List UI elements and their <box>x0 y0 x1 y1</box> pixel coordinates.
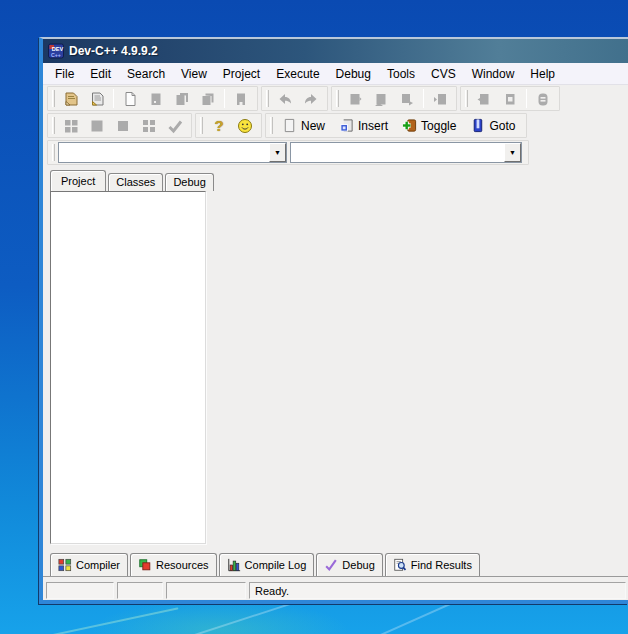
titlebar[interactable]: DEV C++ Dev-C++ 4.9.9.2 <box>43 39 628 63</box>
dev-cpp-logo-icon[interactable]: DEV C++ <box>48 43 64 59</box>
toolbar-gripper[interactable] <box>52 144 55 161</box>
menu-item-edit[interactable]: Edit <box>82 64 119 84</box>
save-as-button <box>169 87 195 110</box>
close-button <box>228 87 254 110</box>
help-button[interactable]: ? <box>206 114 232 137</box>
new-source-button[interactable] <box>117 87 143 110</box>
member-combo[interactable]: ▼ <box>290 142 522 163</box>
goto-bookmark-icon <box>470 118 485 133</box>
left-tab-bar: Project Classes Debug <box>50 170 628 191</box>
tab-compile-log[interactable]: Compile Log <box>219 553 315 576</box>
toolbar-band-help: ? <box>195 113 262 138</box>
member-combo-dropdown-button[interactable]: ▼ <box>504 143 521 162</box>
save-all-button <box>195 87 221 110</box>
menu-item-execute[interactable]: Execute <box>268 64 327 84</box>
open-project-icon <box>89 91 105 107</box>
specials-new-label: New <box>301 119 325 133</box>
delete-profiling-icon <box>535 91 551 107</box>
compile-button <box>342 87 368 110</box>
new-unit-button <box>58 114 84 137</box>
toolbar-band-goto: New Insert <box>265 113 527 138</box>
toolbar-band-compile <box>331 86 457 111</box>
tab-debug-report-label: Debug <box>342 559 374 571</box>
open-project-button[interactable] <box>84 87 110 110</box>
class-combo-dropdown-button[interactable]: ▼ <box>269 143 286 162</box>
class-combo[interactable]: ▼ <box>58 142 287 163</box>
tab-debug-report[interactable]: Debug <box>316 553 382 576</box>
toolbar-band-debug <box>460 86 560 111</box>
rebuild-icon <box>432 91 448 107</box>
devcpp-window: DEV C++ Dev-C++ 4.9.9.2 File Edit Search… <box>39 37 628 604</box>
run-button <box>368 87 394 110</box>
delete-profiling-button <box>530 87 556 110</box>
tab-compile-log-label: Compile Log <box>245 559 307 571</box>
class-combo-input[interactable] <box>59 143 269 162</box>
status-pane-message: Ready. <box>249 582 626 599</box>
toolbar-specials-row: ? <box>43 112 628 139</box>
profile-button <box>497 87 523 110</box>
menu-item-file[interactable]: File <box>47 64 82 84</box>
toolbar-separator <box>423 89 424 108</box>
member-combo-input[interactable] <box>291 143 504 162</box>
project-tree[interactable] <box>50 191 206 544</box>
toolbar-gripper[interactable] <box>200 117 203 134</box>
menu-item-window[interactable]: Window <box>464 64 523 84</box>
client-area: Project Classes Debug <box>43 166 628 551</box>
tab-debug[interactable]: Debug <box>165 173 213 191</box>
tab-resources-label: Resources <box>156 559 209 571</box>
new-project-button[interactable] <box>58 87 84 110</box>
compiler-tab-icon <box>58 558 72 572</box>
menu-item-view[interactable]: View <box>173 64 215 84</box>
menu-item-search[interactable]: Search <box>119 64 173 84</box>
dropdown-icon: ▼ <box>274 149 281 156</box>
run-icon <box>373 91 389 107</box>
tab-compiler[interactable]: Compiler <box>50 553 128 576</box>
report-tab-bar: Compiler Resources <box>43 551 628 577</box>
rebuild-button <box>427 87 453 110</box>
save-button <box>143 87 169 110</box>
menu-item-tools[interactable]: Tools <box>379 64 423 84</box>
window-title: Dev-C++ 4.9.9.2 <box>69 44 158 58</box>
menu-item-project[interactable]: Project <box>215 64 268 84</box>
redo-button <box>298 87 324 110</box>
goto-bookmark-button[interactable]: Goto <box>464 114 523 137</box>
about-button[interactable] <box>232 114 258 137</box>
toggle-bookmark-button[interactable]: Toggle <box>396 114 464 137</box>
menubar: File Edit Search View Project Execute De… <box>43 63 628 85</box>
save-as-icon <box>174 91 190 107</box>
add-to-project-icon <box>89 118 105 134</box>
toolbar-band-project-ops <box>47 113 192 138</box>
compile-run-icon <box>399 91 415 107</box>
toolbar-gripper[interactable] <box>270 117 273 134</box>
toolbar-gripper[interactable] <box>52 90 55 107</box>
insert-button[interactable]: Insert <box>333 114 396 137</box>
tab-resources[interactable]: Resources <box>130 553 217 576</box>
toolbar-gripper[interactable] <box>266 90 269 107</box>
specials-new-button[interactable]: New <box>276 114 333 137</box>
new-source-icon <box>122 91 138 107</box>
toolbar-gripper[interactable] <box>52 117 55 134</box>
toolbar-gripper[interactable] <box>336 90 339 107</box>
menu-item-debug[interactable]: Debug <box>328 64 379 84</box>
new-unit-icon <box>63 118 79 134</box>
toggle-bookmark-icon <box>402 118 417 133</box>
tab-classes[interactable]: Classes <box>108 173 163 191</box>
redo-icon <box>303 91 319 107</box>
save-all-icon <box>200 91 216 107</box>
menu-item-help[interactable]: Help <box>522 64 563 84</box>
toolbar-class-browser: ▼ ▼ <box>43 139 628 166</box>
tab-find-results-label: Find Results <box>411 559 472 571</box>
about-smiley-icon <box>237 118 253 134</box>
find-results-tab-icon <box>393 558 407 572</box>
undo-icon <box>277 91 293 107</box>
toolbar-gripper[interactable] <box>465 90 468 107</box>
close-file-icon <box>233 91 249 107</box>
toolbar-main <box>43 85 628 112</box>
syntax-check-icon <box>167 118 183 134</box>
tab-find-results[interactable]: Find Results <box>385 553 480 576</box>
insert-icon <box>339 118 354 133</box>
dropdown-icon: ▼ <box>509 149 516 156</box>
tab-project[interactable]: Project <box>50 170 106 191</box>
menu-item-cvs[interactable]: CVS <box>423 64 464 84</box>
toolbar-band-edit <box>261 86 328 111</box>
